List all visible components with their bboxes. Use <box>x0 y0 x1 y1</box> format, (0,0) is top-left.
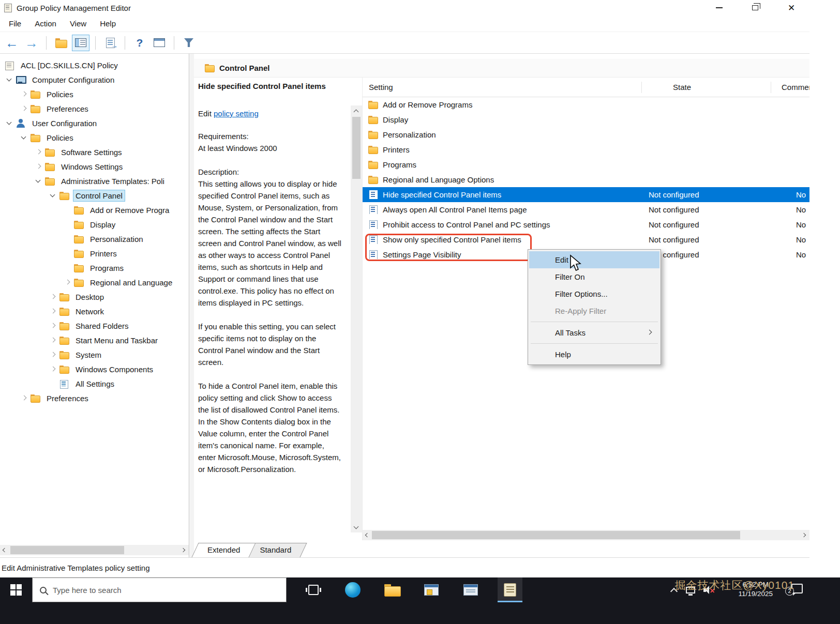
column-header-comment[interactable]: Comment <box>771 82 809 93</box>
setting-row[interactable]: Hide specified Control Panel items Not c… <box>363 187 809 202</box>
tree-item[interactable]: Desktop <box>0 290 189 304</box>
setting-row[interactable]: Personalization <box>363 127 809 142</box>
tree-item[interactable]: Personalization <box>0 232 189 246</box>
context-menu-item[interactable]: Help <box>529 346 659 363</box>
panel-splitter[interactable] <box>190 54 194 557</box>
menu-item[interactable]: Action <box>28 17 63 30</box>
tree-item[interactable]: Computer Configuration <box>0 72 189 87</box>
expand-chevron-icon[interactable] <box>62 233 73 245</box>
export-list-button[interactable] <box>101 35 119 51</box>
tree-item[interactable]: Policies <box>0 130 189 145</box>
policy-setting-link[interactable]: policy setting <box>214 109 259 118</box>
tree-item[interactable]: Control Panel <box>0 188 189 203</box>
expand-chevron-icon[interactable] <box>62 277 73 288</box>
setting-row[interactable]: Display <box>363 112 809 127</box>
task-view-button[interactable] <box>301 577 326 602</box>
tree-item[interactable]: Regional and Language <box>0 275 189 290</box>
tree-item[interactable]: Network <box>0 304 189 318</box>
column-header-setting[interactable]: Setting <box>363 82 642 93</box>
context-menu-item[interactable]: Re-Apply Filter <box>529 302 659 319</box>
file-explorer-button[interactable] <box>380 577 404 602</box>
expand-chevron-icon[interactable] <box>62 219 73 230</box>
setting-row[interactable]: Always open All Control Panel Items page… <box>363 202 809 217</box>
back-arrow-button[interactable] <box>3 35 21 51</box>
menu-item[interactable]: View <box>63 17 93 30</box>
tree-horizontal-scrollbar[interactable] <box>0 545 189 555</box>
gpme-taskbar-button[interactable] <box>498 577 522 602</box>
tree-item[interactable]: Add or Remove Progra <box>0 203 189 217</box>
context-menu-item[interactable]: Filter On <box>529 268 659 285</box>
scrollbar-thumb[interactable] <box>352 117 361 179</box>
edge-button[interactable] <box>340 577 365 602</box>
scroll-right-icon[interactable] <box>800 530 809 540</box>
scrollbar-thumb[interactable] <box>10 546 124 554</box>
expand-chevron-icon[interactable] <box>62 248 73 259</box>
expand-chevron-icon[interactable] <box>48 334 59 346</box>
tree-item[interactable]: Policies <box>0 87 189 101</box>
expand-chevron-icon[interactable] <box>19 392 30 404</box>
scrollbar-thumb[interactable] <box>372 531 740 539</box>
tree-item[interactable]: Windows Components <box>0 362 189 376</box>
expand-chevron-icon[interactable] <box>33 146 44 158</box>
expand-chevron-icon[interactable] <box>48 349 59 360</box>
view-tab[interactable]: Extended <box>195 543 252 557</box>
forward-arrow-button[interactable] <box>23 35 40 51</box>
scroll-left-icon[interactable] <box>363 530 372 540</box>
filter-button[interactable] <box>180 35 198 51</box>
tree-item[interactable]: Shared Folders <box>0 318 189 333</box>
scroll-down-icon[interactable] <box>351 522 362 532</box>
tree-item[interactable]: Software Settings <box>0 145 189 159</box>
setting-row[interactable]: Regional and Language Options <box>363 172 809 187</box>
list-horizontal-scrollbar[interactable] <box>363 530 809 540</box>
tree-item[interactable]: Preferences <box>0 391 189 405</box>
context-menu-item[interactable]: Edit <box>529 251 659 268</box>
folder-up-button[interactable] <box>52 35 70 51</box>
console-tree-button[interactable] <box>72 35 89 51</box>
console-window-button-1[interactable] <box>419 577 444 602</box>
tree-item[interactable]: Start Menu and Taskbar <box>0 333 189 347</box>
tree-item[interactable]: Preferences <box>0 101 189 116</box>
properties-window-button[interactable] <box>151 35 168 51</box>
close-button[interactable] <box>773 0 809 16</box>
expand-chevron-icon[interactable] <box>33 161 44 172</box>
expand-chevron-icon[interactable] <box>48 378 59 389</box>
expand-chevron-icon[interactable] <box>62 262 73 273</box>
expand-chevron-icon[interactable] <box>48 320 59 331</box>
menu-item[interactable]: File <box>2 17 28 30</box>
expand-chevron-icon[interactable] <box>62 204 73 216</box>
setting-row[interactable]: Printers <box>363 142 809 157</box>
setting-row[interactable]: Programs <box>363 157 809 172</box>
tree-item[interactable]: All Settings <box>0 376 189 391</box>
expand-chevron-icon[interactable] <box>48 363 59 375</box>
console-window-button-2[interactable] <box>458 577 483 602</box>
scroll-left-icon[interactable] <box>0 545 9 555</box>
expand-chevron-icon[interactable] <box>19 103 30 114</box>
expand-chevron-icon[interactable] <box>4 117 16 129</box>
expand-chevron-icon[interactable] <box>48 291 59 302</box>
scroll-right-icon[interactable] <box>179 545 189 555</box>
titlebar[interactable]: Group Policy Management Editor <box>0 0 809 16</box>
taskbar-search[interactable]: Type here to search <box>32 577 287 602</box>
tree-item[interactable]: Administrative Templates: Poli <box>0 174 189 188</box>
tree-item[interactable]: ACL [DC.SKILLS.CN] Policy <box>0 58 189 72</box>
tree-item[interactable]: User Configuration <box>0 116 189 130</box>
scroll-up-icon[interactable] <box>351 105 362 116</box>
menu-item[interactable]: Help <box>93 17 123 30</box>
maximize-button[interactable] <box>737 0 773 16</box>
setting-row[interactable]: Prohibit access to Control Panel and PC … <box>363 217 809 232</box>
description-vertical-scrollbar[interactable] <box>351 105 362 532</box>
view-tab[interactable]: Standard <box>247 543 304 557</box>
column-header-state[interactable]: State <box>642 82 771 93</box>
tree-item[interactable]: System <box>0 347 189 362</box>
start-button[interactable] <box>0 577 32 602</box>
expand-chevron-icon[interactable] <box>4 74 16 85</box>
context-menu-item[interactable]: Filter Options... <box>529 285 659 302</box>
setting-row[interactable]: Show only specified Control Panel items … <box>363 232 809 247</box>
expand-chevron-icon[interactable] <box>48 306 59 317</box>
tree-item[interactable]: Display <box>0 217 189 232</box>
tree-item[interactable]: Programs <box>0 261 189 275</box>
tree-item[interactable]: Windows Settings <box>0 159 189 174</box>
expand-chevron-icon[interactable] <box>19 88 30 100</box>
setting-row[interactable]: Add or Remove Programs <box>363 97 809 112</box>
tree-item[interactable]: Printers <box>0 246 189 261</box>
